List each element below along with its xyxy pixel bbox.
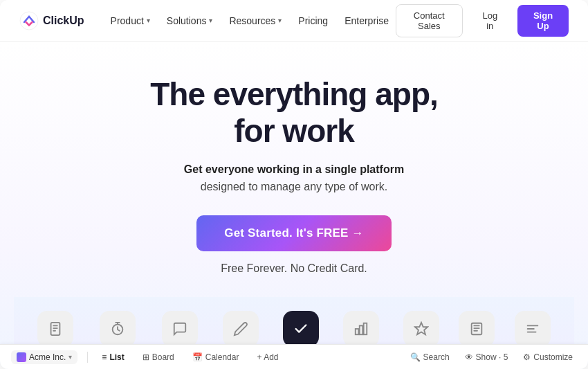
cta-subtext: Free Forever. No Credit Card. — [14, 260, 574, 278]
logo-text: ClickUp — [43, 15, 84, 27]
separator — [87, 352, 88, 363]
hero-section: The everything app, for work Get everyon… — [0, 42, 588, 369]
workspace-badge[interactable]: Acme Inc. ▾ — [11, 350, 77, 364]
time-tracking-icon — [100, 311, 136, 347]
tab-list[interactable]: ≡ List — [98, 350, 128, 364]
svg-point-0 — [20, 12, 38, 30]
add-view-button[interactable]: + Add — [252, 350, 282, 364]
cta-button[interactable]: Get Started. It's FREE → — [196, 215, 392, 251]
chevron-down-icon: ▾ — [68, 353, 72, 361]
nav-enterprise[interactable]: Enterprise — [338, 11, 396, 30]
forms-icon — [459, 311, 495, 347]
chevron-down-icon: ▾ — [147, 17, 150, 24]
whiteboards-icon — [223, 311, 259, 347]
gear-icon: ⚙ — [523, 352, 531, 362]
signup-button[interactable]: Sign Up — [517, 5, 569, 37]
bottom-bar: Acme Inc. ▾ ≡ List ⊞ Board 📅 Calendar + … — [0, 344, 588, 369]
tab-board[interactable]: ⊞ Board — [138, 350, 178, 364]
tab-calendar[interactable]: 📅 Calendar — [188, 350, 244, 364]
nav-resources[interactable]: Resources ▾ — [222, 11, 288, 30]
login-button[interactable]: Log in — [470, 5, 511, 37]
dashboards-icon — [343, 311, 379, 347]
nav-pricing[interactable]: Pricing — [291, 11, 335, 30]
hero-headline: The everything app, for work — [14, 76, 574, 150]
board-icon: ⊞ — [143, 352, 149, 362]
docs-icon — [37, 311, 73, 347]
nav-right: Contact Sales Log in Sign Up — [396, 4, 569, 37]
contact-sales-button[interactable]: Contact Sales — [396, 4, 463, 37]
logo[interactable]: ClickUp — [19, 11, 84, 30]
show-icon: 👁 — [465, 352, 473, 362]
projects-icon — [283, 311, 319, 347]
chat-icon — [162, 311, 198, 347]
show-button[interactable]: 👁 Show · 5 — [461, 350, 513, 364]
search-icon: 🔍 — [410, 352, 421, 362]
svg-marker-9 — [414, 322, 427, 334]
sprints-icon — [515, 311, 551, 347]
chevron-down-icon: ▾ — [209, 17, 212, 24]
nav-links: Product ▾ Solutions ▾ Resources ▾ Pricin… — [104, 11, 396, 30]
ai-icon — [403, 311, 439, 347]
search-button[interactable]: 🔍 Search — [406, 350, 454, 364]
nav-solutions[interactable]: Solutions ▾ — [160, 11, 220, 30]
nav-product[interactable]: Product ▾ — [104, 11, 157, 30]
bar-right-actions: 🔍 Search 👁 Show · 5 ⚙ Customize — [406, 350, 577, 364]
chevron-down-icon: ▾ — [278, 17, 282, 24]
svg-rect-8 — [364, 323, 367, 334]
workspace-icon — [17, 352, 26, 362]
customize-button[interactable]: ⚙ Customize — [519, 350, 577, 364]
calendar-icon: 📅 — [192, 352, 203, 362]
svg-rect-7 — [360, 325, 363, 334]
list-icon: ≡ — [102, 352, 107, 362]
svg-rect-6 — [356, 329, 359, 334]
hero-subtext: Get everyone working in a single platfor… — [14, 161, 574, 196]
